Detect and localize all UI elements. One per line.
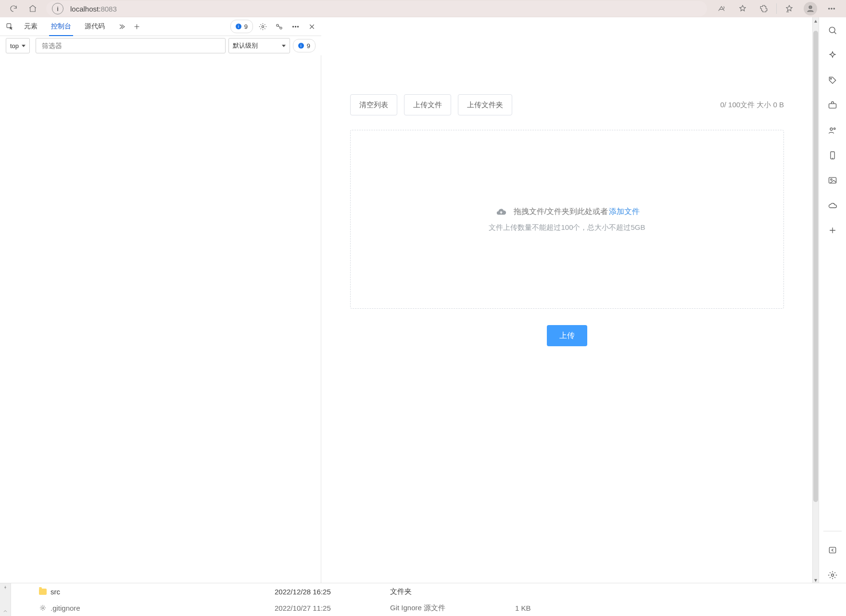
devtools-activity-icon[interactable] xyxy=(272,20,286,33)
console-messages-badge[interactable]: i 9 xyxy=(293,39,316,52)
chevron-up-icon[interactable] xyxy=(2,608,8,614)
svg-point-9 xyxy=(295,26,296,27)
devtools-close-icon[interactable] xyxy=(305,20,318,33)
svg-rect-16 xyxy=(829,104,836,108)
file-explorer-strip: src 2022/12/28 16:25 文件夹 .gitignore 2022… xyxy=(0,583,846,616)
url-text: localhost:8083 xyxy=(70,5,117,13)
sidebar-tag-icon[interactable] xyxy=(824,72,841,88)
home-button[interactable] xyxy=(23,0,42,17)
favorite-icon[interactable] xyxy=(732,0,753,17)
tab-elements[interactable]: 元素 xyxy=(18,17,43,36)
sidebar-contacts-icon[interactable] xyxy=(824,122,841,138)
explorer-table: src 2022/12/28 16:25 文件夹 .gitignore 2022… xyxy=(11,583,846,616)
tab-sources[interactable]: 源代码 xyxy=(79,17,111,36)
tabs-overflow-icon[interactable] xyxy=(114,20,128,33)
table-row[interactable]: src 2022/12/28 16:25 文件夹 xyxy=(11,583,846,600)
new-tab-icon[interactable] xyxy=(130,20,143,33)
extensions-icon[interactable] xyxy=(753,0,774,17)
execution-context-select[interactable]: top xyxy=(6,38,30,53)
inspect-element-icon[interactable] xyxy=(3,20,16,33)
console-toolbar: top 默认级别 i 9 xyxy=(0,36,321,55)
file-date: 2022/12/28 16:25 xyxy=(275,588,390,596)
console-output[interactable] xyxy=(0,55,321,583)
cloud-upload-icon xyxy=(494,207,508,217)
console-filter-input[interactable] xyxy=(36,38,226,53)
favorites-menu-icon[interactable] xyxy=(779,0,800,17)
sidebar-phone-icon[interactable] xyxy=(824,147,841,163)
clear-list-button[interactable]: 清空列表 xyxy=(350,94,397,115)
file-date: 2022/10/27 11:25 xyxy=(275,604,390,612)
read-aloud-icon[interactable] xyxy=(711,0,732,17)
info-dot-icon: i xyxy=(236,24,241,29)
level-value: 默认级别 xyxy=(233,41,258,50)
svg-point-23 xyxy=(832,574,834,577)
svg-point-3 xyxy=(833,8,834,9)
site-info-icon[interactable] xyxy=(52,3,63,14)
svg-point-18 xyxy=(834,128,835,129)
devtools-settings-icon[interactable] xyxy=(256,20,269,33)
sidebar-collapse-icon[interactable] xyxy=(824,542,841,558)
svg-point-0 xyxy=(809,6,812,9)
chevron-down-icon xyxy=(282,45,286,47)
filter-field[interactable] xyxy=(41,41,220,50)
svg-rect-22 xyxy=(829,547,835,553)
console-messages-count: 9 xyxy=(307,42,310,50)
pin-icon[interactable] xyxy=(2,585,8,591)
sidebar-divider xyxy=(823,531,842,531)
profile-avatar[interactable] xyxy=(800,0,821,17)
limit-hint-text: 文件上传数量不能超过100个，总大小不超过5GB xyxy=(489,223,645,232)
toolbar-separator xyxy=(776,3,777,14)
page-scrollbar[interactable]: ▲ ▼ xyxy=(812,17,819,583)
sidebar-plus-icon[interactable] xyxy=(824,222,841,239)
page-viewport: 清空列表 上传文件 上传文件夹 0/ 100文件 大小 0 B 拖拽文件/文件夹… xyxy=(321,17,819,583)
more-menu-icon[interactable] xyxy=(821,0,842,17)
devtools-panel: 元素 控制台 源代码 i 9 xyxy=(0,17,321,583)
svg-point-8 xyxy=(292,26,293,27)
svg-point-17 xyxy=(830,128,833,130)
issues-count: 9 xyxy=(244,23,248,30)
sidebar-briefcase-icon[interactable] xyxy=(824,97,841,113)
address-bar[interactable]: localhost:8083 xyxy=(46,1,707,16)
upload-folder-button[interactable]: 上传文件夹 xyxy=(458,94,512,115)
file-type: 文件夹 xyxy=(390,587,515,596)
context-value: top xyxy=(10,42,19,50)
file-size: 1 KB xyxy=(515,604,592,612)
sidebar-search-icon[interactable] xyxy=(824,22,841,38)
sidebar-image-icon[interactable] xyxy=(824,172,841,189)
upload-submit-button[interactable]: 上传 xyxy=(547,325,587,346)
svg-point-14 xyxy=(829,27,835,33)
svg-rect-20 xyxy=(829,177,836,183)
svg-point-10 xyxy=(297,26,298,27)
file-name: .gitignore xyxy=(51,604,80,612)
svg-point-5 xyxy=(262,25,264,27)
reload-button[interactable] xyxy=(4,0,23,17)
scroll-down-icon[interactable]: ▼ xyxy=(813,577,819,583)
svg-point-2 xyxy=(831,8,832,9)
gear-icon xyxy=(39,604,47,612)
svg-point-1 xyxy=(829,8,830,9)
scroll-up-icon[interactable]: ▲ xyxy=(813,17,819,24)
log-level-select[interactable]: 默认级别 xyxy=(228,38,290,53)
edge-sidebar xyxy=(819,17,846,583)
svg-point-15 xyxy=(830,78,832,79)
upload-file-button[interactable]: 上传文件 xyxy=(404,94,451,115)
issues-badge[interactable]: i 9 xyxy=(230,20,253,33)
devtools-more-icon[interactable] xyxy=(289,20,302,33)
sidebar-cloud-icon[interactable] xyxy=(824,197,841,214)
sidebar-settings-icon[interactable] xyxy=(824,567,841,583)
table-row[interactable]: .gitignore 2022/10/27 11:25 Git Ignore 源… xyxy=(11,600,846,616)
explorer-gutter xyxy=(0,583,11,616)
scrollbar-thumb[interactable] xyxy=(813,31,818,502)
add-file-link[interactable]: 添加文件 xyxy=(609,207,640,217)
drag-hint-text: 拖拽文件/文件夹到此处或者 xyxy=(514,207,608,217)
file-name: src xyxy=(51,588,60,596)
file-type: Git Ignore 源文件 xyxy=(390,603,515,613)
upload-counter: 0/ 100文件 大小 0 B xyxy=(720,101,784,110)
drop-zone[interactable]: 拖拽文件/文件夹到此处或者 添加文件 文件上传数量不能超过100个，总大小不超过… xyxy=(350,130,784,309)
svg-point-21 xyxy=(831,179,832,180)
tab-console[interactable]: 控制台 xyxy=(45,17,77,36)
browser-right-icons xyxy=(711,0,842,17)
sidebar-sparkle-icon[interactable] xyxy=(824,47,841,63)
browser-toolbar: localhost:8083 xyxy=(0,0,846,18)
devtools-tabbar: 元素 控制台 源代码 i 9 xyxy=(0,17,321,36)
